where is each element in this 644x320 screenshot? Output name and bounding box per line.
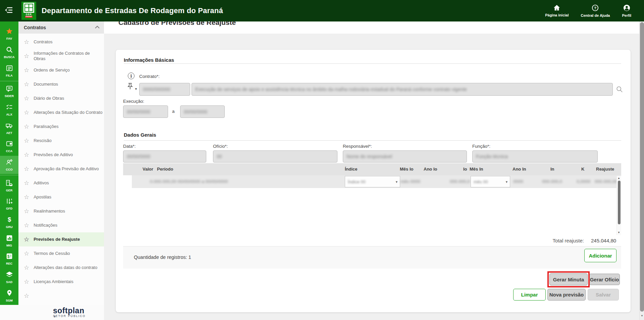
profile-button[interactable]: Perfil bbox=[622, 4, 631, 17]
execucao-inicio-field[interactable]: 00/00/0000 bbox=[123, 105, 168, 118]
menu-toggle-icon[interactable] bbox=[5, 6, 13, 15]
col-ano-in: Ano In bbox=[513, 163, 526, 175]
dollar-icon: $ bbox=[6, 216, 13, 225]
sidebar-item-aprovacao-previsao-aditivo[interactable]: ☆Aprovação da Previsão de Aditivo bbox=[18, 162, 104, 176]
chevron-up-icon[interactable] bbox=[95, 25, 100, 30]
sidebar-item-contratos[interactable]: ☆Contratos bbox=[18, 35, 104, 49]
svg-text:$: $ bbox=[7, 216, 11, 223]
contrato-numero-field[interactable]: 0000/000000 bbox=[139, 83, 190, 96]
nova-previsao-button[interactable]: Nova previsão bbox=[547, 289, 586, 301]
rail-item-busca[interactable]: BUSCA bbox=[0, 43, 18, 62]
rail-item-fav[interactable]: FAV bbox=[0, 25, 18, 43]
funcao-field[interactable]: Função técnica bbox=[472, 150, 598, 163]
mes-in-select[interactable]: mês 00 ▼ bbox=[471, 176, 510, 187]
star-outline-icon: ☆ bbox=[24, 264, 29, 272]
page-scrollbar[interactable]: ▼ bbox=[639, 21, 644, 320]
rail-item-fila[interactable]: FILA bbox=[0, 61, 18, 80]
sidebar-item-diario-de-obras[interactable]: ☆Diário de Obras bbox=[18, 91, 104, 105]
rail-item-sad[interactable]: SAD bbox=[0, 268, 18, 287]
help-button[interactable]: ? Central de Ajuda bbox=[581, 4, 610, 17]
rail-item-sgm[interactable]: SGM bbox=[0, 286, 18, 305]
star-outline-icon: ☆ bbox=[24, 52, 29, 60]
rail-item-ger[interactable]: GER bbox=[0, 176, 18, 195]
sidebar-item-informacoes-contratos-obras[interactable]: ☆Informações de Contratos de Obras bbox=[18, 49, 104, 63]
star-outline-icon: ☆ bbox=[24, 179, 29, 187]
pin-icon[interactable] bbox=[127, 83, 133, 92]
sidebar-item-alteracoes-datas-contrato[interactable]: ☆Alterações das datas do contrato bbox=[18, 261, 104, 275]
rail-item-gfd[interactable]: GFD bbox=[0, 195, 18, 213]
rail-item-sider[interactable]: SIDER bbox=[0, 82, 18, 101]
rail-item-gru[interactable]: $ GRU bbox=[0, 213, 18, 232]
rail-item-rec[interactable]: $ REC bbox=[0, 250, 18, 268]
sidebar-item-paralisacoes[interactable]: ☆Paralisações bbox=[18, 120, 104, 134]
table-row[interactable]: 0.000.000,00 00/00/0000 a 00/00/0000 Índ… bbox=[123, 175, 621, 188]
data-field[interactable]: 00/00/0000 bbox=[123, 150, 206, 163]
sidebar-item-ordens-de-servico[interactable]: ☆Ordens de Serviço bbox=[18, 63, 104, 77]
sidebar-group-header[interactable]: Contratos bbox=[18, 21, 104, 34]
wallet-icon bbox=[6, 140, 13, 149]
sidebar-item-realinhamentos[interactable]: ☆Realinhamentos bbox=[18, 204, 104, 218]
page-scrollbar-thumb[interactable] bbox=[640, 22, 644, 312]
cell-k: 0,0000 bbox=[577, 179, 590, 184]
execucao-fim-field[interactable]: 00/00/0000 bbox=[180, 105, 225, 118]
limpar-button[interactable]: Limpar bbox=[513, 289, 546, 301]
scroll-up-icon[interactable]: ▲ bbox=[618, 177, 620, 180]
gerar-oficio-button[interactable]: Gerar Ofício bbox=[589, 274, 620, 285]
responsavel-field[interactable]: Nome do responsável bbox=[343, 150, 467, 163]
section-basic-title: Informações Básicas bbox=[124, 57, 174, 63]
info-icon[interactable]: i bbox=[128, 73, 135, 79]
salvar-button[interactable]: Salvar bbox=[588, 289, 619, 301]
sliders-plus-icon bbox=[6, 197, 13, 206]
pin-caret-icon[interactable]: ▼ bbox=[135, 85, 138, 91]
app-root: DER PARANÁ Departamento de Estradas De R… bbox=[0, 0, 644, 320]
table-scrollbar-thumb[interactable] bbox=[618, 181, 621, 224]
rail-item-mig[interactable]: MIG bbox=[0, 231, 18, 250]
sidebar-item-termos-de-cessao[interactable]: ☆Termos de Cessão bbox=[18, 246, 104, 261]
rail-item-aet[interactable]: AET bbox=[0, 119, 18, 137]
der-logo-text: DER bbox=[26, 13, 32, 16]
col-indice: Índice bbox=[345, 163, 358, 175]
oficio-field[interactable]: 00 bbox=[213, 150, 337, 163]
brand-footer: softplan, SETOR PÚBLICO bbox=[0, 305, 104, 320]
sidebar-group-title: Contratos bbox=[24, 25, 46, 30]
star-outline-icon: ☆ bbox=[24, 292, 29, 300]
total-reajuste-label: Total reajuste: bbox=[548, 238, 584, 243]
home-button[interactable]: Página inicial bbox=[545, 4, 569, 17]
contrato-descricao-field[interactable]: Execução de serviços de apoio e assistên… bbox=[192, 83, 613, 96]
indice-select[interactable]: Índice 00 ▼ bbox=[345, 176, 400, 187]
rail-item-cca[interactable]: CCA bbox=[0, 137, 18, 156]
profile-icon bbox=[623, 4, 630, 13]
sidebar-item-aditivos[interactable]: ☆Aditivos bbox=[18, 176, 104, 190]
sidebar-item-licencas-ambientais[interactable]: ☆Licenças Ambientais bbox=[18, 275, 104, 289]
sidebar-item-apostilas[interactable]: ☆Apostilas bbox=[18, 190, 104, 204]
bar-chart-icon bbox=[6, 234, 13, 243]
contract-search-icon[interactable] bbox=[616, 86, 623, 94]
responsavel-label: Responsável*: bbox=[343, 144, 372, 149]
row-select-cell[interactable] bbox=[123, 175, 132, 188]
rail-item-alx[interactable]: ALX bbox=[0, 101, 18, 119]
rail-item-cco-active[interactable]: CCO bbox=[0, 156, 18, 174]
sidebar-item-alteracoes-situacao-contrato[interactable]: ☆Alterações da Situação do Contrato bbox=[18, 105, 104, 120]
star-outline-icon: ☆ bbox=[24, 250, 29, 258]
data-value: 00/00/0000 bbox=[127, 154, 150, 159]
funcao-label: Função*: bbox=[472, 144, 490, 149]
sidebar-item-rescisao[interactable]: ☆Rescisão bbox=[18, 134, 104, 148]
page-scroll-down-icon[interactable]: ▼ bbox=[641, 314, 643, 317]
star-outline-icon: ☆ bbox=[24, 151, 29, 159]
person-gear-icon bbox=[5, 158, 13, 167]
sidebar-item-documentos[interactable]: ☆Documentos bbox=[18, 77, 104, 91]
sidebar-item-previsoes-de-aditivo[interactable]: ☆Previsões de Aditivo bbox=[18, 148, 104, 162]
softplan-cedilla: , bbox=[54, 311, 56, 319]
sidebar-item-notificacoes[interactable]: ☆Notificações bbox=[18, 218, 104, 232]
table-scrollbar[interactable]: ▲ ▼ bbox=[616, 176, 621, 235]
cell-valor-periodo: 0.000.000,00 00/00/0000 a 00/00/0000 bbox=[150, 179, 228, 184]
scroll-down-icon[interactable]: ▼ bbox=[618, 231, 620, 234]
sidebar-item-previsoes-de-reajuste[interactable]: ☆Previsões de Reajuste bbox=[18, 232, 104, 246]
gerar-minuta-button[interactable]: Gerar Minuta bbox=[549, 273, 588, 285]
der-logo: DER PARANÁ bbox=[21, 2, 36, 20]
cell-ano-in: 0000 bbox=[513, 179, 523, 184]
data-label: Data*: bbox=[123, 144, 136, 149]
sidebar-item-clipped[interactable]: ☆ bbox=[18, 289, 104, 303]
adicionar-button[interactable]: Adicionar bbox=[584, 249, 616, 262]
execucao-separator: a bbox=[172, 109, 175, 114]
